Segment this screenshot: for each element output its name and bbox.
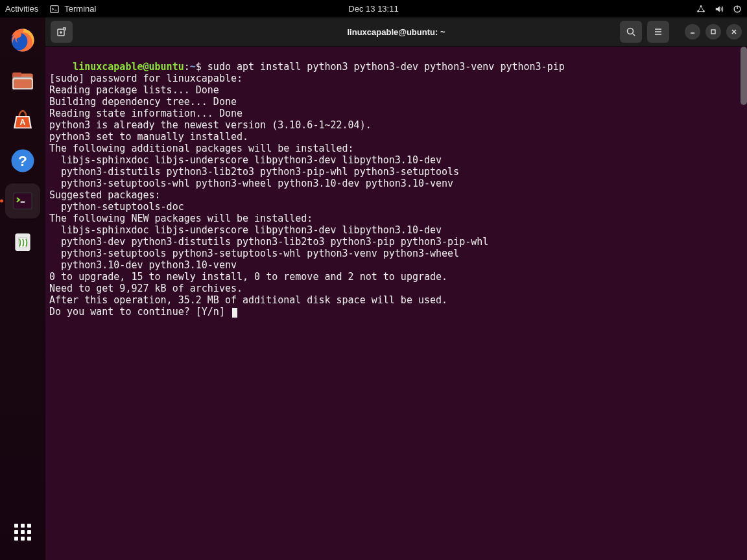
svg-rect-10	[14, 79, 32, 88]
output-line: After this operation, 35.2 MB of additio…	[49, 294, 447, 306]
volume-icon[interactable]	[715, 5, 724, 14]
clock-label: Dec 13 13:11	[348, 4, 398, 14]
svg-rect-19	[711, 30, 715, 34]
output-line: python3-setuptools-whl python3-wheel pyt…	[49, 178, 453, 189]
svg-text:?: ?	[18, 152, 27, 169]
svg-rect-8	[14, 77, 32, 78]
apps-grid-icon	[14, 524, 31, 541]
terminal-icon	[10, 188, 36, 214]
output-line: python3-distutils python3-lib2to3 python…	[49, 166, 459, 178]
dock-item-software[interactable]: A	[5, 103, 40, 138]
firefox-icon	[9, 27, 36, 54]
app-menu-label: Terminal	[64, 4, 96, 14]
prompt-path: ~	[190, 61, 196, 73]
files-icon	[9, 67, 36, 94]
minimize-icon	[689, 29, 696, 35]
output-line: 0 to upgrade, 15 to newly install, 0 to …	[49, 271, 447, 283]
ubuntu-dock: A ?	[0, 18, 45, 560]
output-line: The following additional packages will b…	[49, 143, 354, 154]
dock-item-files[interactable]	[5, 63, 40, 98]
network-icon[interactable]	[696, 5, 706, 14]
output-line: Reading state information... Done	[49, 108, 243, 119]
output-line: Need to get 9,927 kB of archives.	[49, 283, 243, 294]
maximize-icon	[710, 29, 717, 35]
window-titlebar: linuxcapable@ubuntu: ~	[45, 18, 747, 47]
clock[interactable]: Dec 13 13:11	[348, 4, 398, 14]
menu-button[interactable]	[647, 21, 669, 43]
prompt-user-host: linuxcapable@ubuntu	[73, 61, 184, 73]
output-line: Suggested packages:	[49, 189, 161, 201]
scrollbar-thumb[interactable]	[741, 47, 747, 105]
svg-rect-0	[51, 5, 58, 12]
activities-button[interactable]: Activities	[5, 4, 38, 14]
svg-text:A: A	[20, 118, 26, 127]
power-icon[interactable]	[733, 5, 742, 14]
output-line: libjs-sphinxdoc libjs-underscore libpyth…	[49, 154, 442, 166]
dock-item-terminal[interactable]	[5, 183, 40, 218]
prompt-dollar: $	[196, 61, 208, 73]
dock-item-help[interactable]: ?	[5, 143, 40, 178]
maximize-button[interactable]	[706, 24, 721, 40]
output-line: The following NEW packages will be insta…	[49, 213, 313, 224]
output-line: python3 set to manually installed.	[49, 131, 248, 143]
svg-rect-15	[14, 193, 32, 208]
svg-rect-7	[12, 73, 21, 77]
dock-item-firefox[interactable]	[5, 23, 40, 58]
output-line: python3-dev python3-distutils python3-li…	[49, 236, 488, 248]
terminal-window: linuxcapable@ubuntu: ~	[45, 18, 747, 560]
new-tab-icon	[56, 27, 67, 37]
typed-command: sudo apt install python3 python3-dev pyt…	[208, 61, 565, 73]
output-line: libjs-sphinxdoc libjs-underscore libpyth…	[49, 224, 442, 236]
output-line: [sudo] password for linuxcapable:	[49, 73, 248, 84]
show-applications-button[interactable]	[5, 515, 40, 550]
output-line: Building dependency tree... Done	[49, 96, 237, 108]
output-line: python-setuptools-doc	[49, 201, 184, 213]
prompt-colon: :	[184, 61, 190, 73]
software-icon: A	[9, 107, 36, 134]
output-line: python3 is already the newest version (3…	[49, 119, 372, 131]
hamburger-icon	[653, 27, 663, 37]
search-icon	[626, 27, 636, 37]
gnome-topbar: Activities Terminal Dec 13 13:11	[0, 0, 747, 18]
output-line: python3.10-dev python3.10-venv	[49, 259, 237, 271]
close-button[interactable]	[726, 24, 742, 40]
output-line: Reading package lists... Done	[49, 84, 219, 96]
app-menu[interactable]: Terminal	[50, 4, 96, 14]
terminal-viewport[interactable]: linuxcapable@ubuntu:~$ sudo apt install …	[45, 47, 747, 560]
search-button[interactable]	[620, 21, 642, 43]
help-icon: ?	[9, 147, 36, 174]
cursor	[232, 308, 237, 318]
output-line: python3-setuptools python3-setuptools-wh…	[49, 248, 459, 259]
trash-icon	[10, 228, 36, 254]
svg-point-18	[628, 29, 634, 34]
minimize-button[interactable]	[685, 24, 700, 40]
new-tab-button[interactable]	[51, 21, 73, 43]
window-title: linuxcapable@ubuntu: ~	[348, 27, 445, 37]
close-icon	[731, 29, 737, 35]
output-line: Do you want to continue? [Y/n]	[49, 306, 231, 318]
terminal-indicator-icon	[50, 5, 59, 14]
dock-item-trash[interactable]	[5, 224, 40, 259]
